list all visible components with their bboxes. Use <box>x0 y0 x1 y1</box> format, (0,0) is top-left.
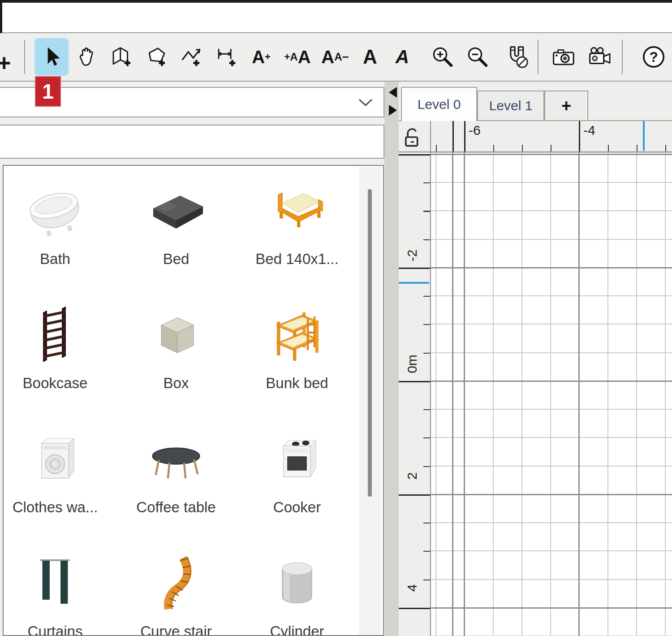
collapse-left-icon[interactable] <box>389 87 397 98</box>
italic-button[interactable]: A <box>386 38 418 76</box>
curtains-icon <box>22 550 89 617</box>
clothes-washer-icon <box>22 426 89 493</box>
box-icon <box>142 302 210 369</box>
tab-label: Level 0 <box>418 97 461 112</box>
cursor-position-indicator-x <box>643 121 645 151</box>
catalog-item-label: Bookcase <box>4 375 107 392</box>
catalog-item-curtains[interactable]: Curtains <box>4 546 107 636</box>
camera-icon <box>551 45 577 69</box>
clipped-plus-icon: + <box>0 49 11 76</box>
bath-icon <box>22 177 89 245</box>
catalog-item-label: Cylinder <box>246 623 349 636</box>
catalog-item-bath[interactable]: Bath <box>4 174 107 298</box>
ruler-label: -6 <box>469 123 481 138</box>
toggle-magnetism-button[interactable] <box>500 38 535 76</box>
select-arrow-icon <box>40 45 63 69</box>
ruler-label: -4 <box>583 123 595 138</box>
chevron-down-icon <box>358 97 374 108</box>
add-text-plus: + <box>265 52 271 62</box>
search-input[interactable] <box>0 125 384 159</box>
catalog-item-bunk-bed[interactable]: Bunk bed <box>246 298 349 422</box>
catalog-item-cooker[interactable]: Cooker <box>246 422 349 546</box>
catalog-scrollbar-track[interactable] <box>359 167 381 635</box>
application-window: + <box>0 0 672 636</box>
toolbar-separator <box>538 40 538 74</box>
ruler-label: 4 <box>405 584 420 592</box>
curve-stair-icon <box>142 550 210 617</box>
plan-canvas[interactable] <box>431 152 672 636</box>
svg-text:?: ? <box>649 49 658 65</box>
catalog-item-label: Clothes wa... <box>4 499 107 516</box>
ruler-label: -2 <box>405 250 420 262</box>
catalog-item-box[interactable]: Box <box>125 298 228 422</box>
increase-small-a: A <box>290 52 297 62</box>
bold-button[interactable]: A <box>354 38 386 76</box>
catalog-item-cylinder[interactable]: Cylinder <box>246 546 349 636</box>
video-camera-icon <box>587 45 614 69</box>
cooker-icon <box>263 426 331 493</box>
catalog-item-label: Bed 140x1... <box>246 251 349 268</box>
catalog-item-double-bed[interactable]: Bed 140x1... <box>246 174 349 298</box>
help-button[interactable]: ? <box>636 38 671 76</box>
decrease-small-a: A <box>334 52 342 62</box>
furniture-grid: Bath Bed <box>4 174 349 636</box>
catalog-item-bed[interactable]: Bed <box>125 174 228 298</box>
create-video-button[interactable] <box>582 38 619 76</box>
zoom-in-icon <box>430 45 454 69</box>
catalog-item-clothes-washer[interactable]: Clothes wa... <box>4 422 107 546</box>
select-tool-button[interactable] <box>34 38 69 76</box>
padlock-open-icon[interactable] <box>401 125 425 150</box>
catalog-item-bookcase[interactable]: Bookcase <box>4 298 107 422</box>
clipped-tool-button[interactable]: + <box>0 38 22 76</box>
catalog-item-curve-stair[interactable]: Curve stair <box>125 546 228 636</box>
collapse-right-icon[interactable] <box>389 105 397 116</box>
tab-level-0[interactable]: Level 0 <box>401 87 477 121</box>
cylinder-icon <box>263 550 331 617</box>
decrease-text-size-button[interactable]: AA− <box>316 38 354 76</box>
bed-icon <box>142 177 210 245</box>
create-walls-button[interactable] <box>104 38 139 76</box>
italic-icon: A <box>396 48 409 66</box>
step-annotation-badge: 1 <box>35 76 61 107</box>
create-polylines-button[interactable] <box>174 38 209 76</box>
catalog-item-coffee-table[interactable]: Coffee table <box>125 422 228 546</box>
zoom-in-button[interactable] <box>425 38 460 76</box>
add-level-tab[interactable]: + <box>544 91 588 121</box>
catalog-scrollbar-thumb[interactable] <box>368 189 372 497</box>
double-bed-icon <box>263 177 331 245</box>
create-walls-icon <box>109 45 134 69</box>
bunk-bed-icon <box>263 302 331 369</box>
add-text-button[interactable]: A+ <box>244 38 279 76</box>
zoom-out-button[interactable] <box>460 38 495 76</box>
create-polylines-icon <box>179 45 203 69</box>
create-dimensions-icon <box>214 45 238 69</box>
tab-label: Level 1 <box>489 98 533 113</box>
pan-tool-button[interactable] <box>69 38 104 76</box>
ruler-label: 2 <box>405 472 420 480</box>
decrease-minus: − <box>342 51 349 63</box>
create-photo-button[interactable] <box>547 38 582 76</box>
tab-level-1[interactable]: Level 1 <box>477 91 544 121</box>
horizontal-ruler: -6 -4 <box>431 121 672 152</box>
help-icon: ? <box>641 44 666 69</box>
create-dimensions-button[interactable] <box>209 38 244 76</box>
hand-icon <box>75 45 98 69</box>
zoom-out-icon <box>465 45 489 69</box>
catalog-item-label: Cooker <box>246 499 349 516</box>
cursor-position-indicator-y <box>399 282 429 284</box>
create-rooms-button[interactable] <box>139 38 174 76</box>
increase-plus: + <box>284 52 290 62</box>
catalog-item-label: Coffee table <box>125 499 228 516</box>
ruler-corner <box>399 121 431 152</box>
increase-big-a: A <box>298 48 311 66</box>
catalog-item-label: Bunk bed <box>246 375 349 392</box>
catalog-item-label: Curtains <box>4 623 107 636</box>
create-rooms-icon <box>144 45 168 69</box>
coffee-table-icon <box>142 426 210 493</box>
magnetism-off-icon <box>505 44 530 69</box>
catalog-item-label: Bed <box>125 251 228 268</box>
toolbar: + <box>0 33 672 82</box>
panel-splitter[interactable] <box>384 82 399 636</box>
increase-text-size-button[interactable]: +AA <box>279 38 316 76</box>
ruler-label: 0m <box>405 355 420 373</box>
